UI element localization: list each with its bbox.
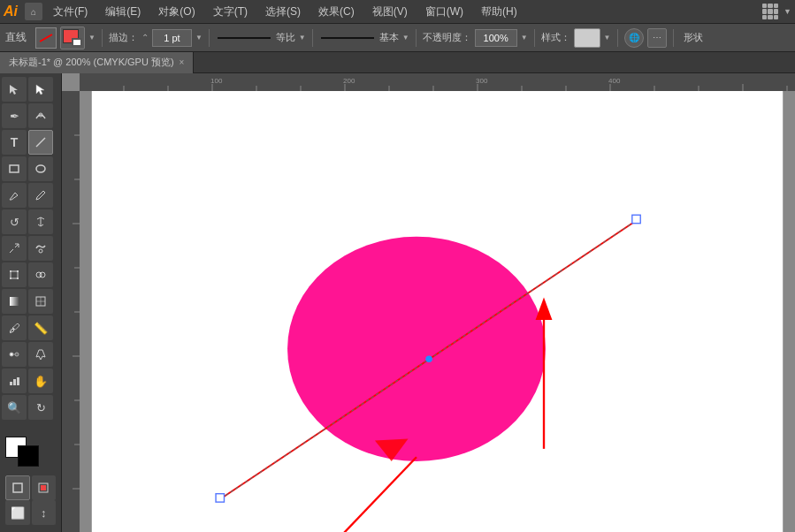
pen-tool[interactable]: ✒ bbox=[2, 103, 27, 128]
free-transform-tool[interactable] bbox=[2, 262, 27, 287]
artwork-canvas[interactable] bbox=[80, 91, 795, 532]
scale-tool[interactable] bbox=[2, 236, 27, 261]
tool-row-6: ↺ bbox=[2, 209, 59, 234]
direct-selection-tool[interactable] bbox=[28, 77, 53, 102]
measure-tool[interactable]: 📏 bbox=[28, 315, 53, 340]
menu-help[interactable]: 帮助(H) bbox=[478, 3, 521, 21]
curvature-tool[interactable] bbox=[28, 103, 53, 128]
line-style2-label: 基本 bbox=[379, 31, 399, 44]
ai-logo: Ai bbox=[4, 4, 18, 19]
blend-tool[interactable] bbox=[2, 342, 27, 367]
stroke-width-input[interactable] bbox=[152, 29, 192, 47]
zoom-tool[interactable]: 🔍 bbox=[2, 395, 27, 420]
fill-stroke-dropdown-arrow[interactable]: ▼ bbox=[88, 34, 96, 42]
ellipse-tool[interactable] bbox=[28, 156, 53, 181]
snap-label: 描边： bbox=[109, 31, 138, 44]
menu-edit[interactable]: 编辑(E) bbox=[102, 3, 144, 21]
separator-1 bbox=[102, 29, 103, 47]
color-area: ⬜ ↕ bbox=[2, 433, 59, 528]
menu-object[interactable]: 对象(O) bbox=[155, 3, 198, 21]
warp-tool[interactable] bbox=[28, 236, 53, 261]
hand-tool[interactable]: ✋ bbox=[28, 369, 53, 393]
rotate-view-tool[interactable]: ↻ bbox=[28, 395, 53, 420]
separator-2 bbox=[209, 29, 210, 47]
style-swatch[interactable] bbox=[574, 28, 600, 48]
ruler-left bbox=[62, 91, 80, 532]
menubar: Ai ⌂ 文件(F) 编辑(E) 对象(O) 文字(T) 选择(S) 效果(C)… bbox=[0, 0, 795, 24]
svg-text:100: 100 bbox=[210, 77, 223, 85]
column-graph-tool[interactable] bbox=[2, 369, 27, 393]
menu-items: 文件(F) 编辑(E) 对象(O) 文字(T) 选择(S) 效果(C) 视图(V… bbox=[50, 3, 521, 21]
draw-mode-normal[interactable] bbox=[5, 475, 30, 500]
menu-file[interactable]: 文件(F) bbox=[50, 3, 91, 21]
tab-close-button[interactable]: × bbox=[180, 57, 185, 67]
svg-point-11 bbox=[40, 272, 45, 277]
gradient-tool[interactable] bbox=[2, 289, 27, 314]
stroke-width-dropdown[interactable]: ▼ bbox=[195, 34, 203, 42]
rotate-tool[interactable]: ↺ bbox=[2, 209, 27, 234]
tool-row-4 bbox=[2, 156, 59, 181]
line-style-solid bbox=[218, 37, 271, 39]
anchor-start[interactable] bbox=[216, 494, 224, 502]
live-paint-tool[interactable] bbox=[28, 342, 53, 367]
svg-rect-25 bbox=[80, 73, 795, 91]
line-style-dashed bbox=[321, 37, 374, 39]
tool-row-7 bbox=[2, 236, 59, 261]
line-style1-dropdown[interactable]: ▼ bbox=[299, 34, 306, 42]
tab-title: 未标题-1* @ 200% (CMYK/GPU 预览) bbox=[9, 56, 174, 69]
paint-brush-tool[interactable] bbox=[2, 183, 27, 208]
stroke-color-swatch[interactable] bbox=[35, 27, 57, 49]
line-style2-dropdown[interactable]: ▼ bbox=[402, 34, 409, 42]
snap-icon: ⌃ bbox=[141, 33, 149, 42]
separator-4 bbox=[416, 29, 417, 47]
reflect-tool[interactable] bbox=[28, 209, 53, 234]
pencil-tool[interactable] bbox=[28, 183, 53, 208]
layout-grid-icon[interactable] bbox=[762, 4, 778, 19]
main-area: ✒ T bbox=[0, 73, 795, 532]
svg-rect-9 bbox=[17, 277, 19, 279]
color-swatches[interactable] bbox=[5, 437, 46, 472]
shape-builder-tool[interactable] bbox=[28, 262, 53, 287]
change-screen-mode[interactable]: ⬜ bbox=[5, 500, 30, 525]
svg-rect-24 bbox=[41, 485, 46, 490]
anchor-end[interactable] bbox=[632, 215, 640, 223]
eyedropper-tool[interactable]: 🖋 bbox=[2, 315, 27, 340]
home-icon[interactable]: ⌂ bbox=[25, 3, 42, 20]
tool-row-2: ✒ bbox=[2, 103, 59, 128]
options-toolbar: 直线 ▼ 描边： ⌃ ▼ 等比 ▼ 基本 ▼ 不透明度： ▼ 样式： ▼ 🌐 ⋯… bbox=[0, 24, 795, 52]
mesh-tool[interactable] bbox=[28, 289, 53, 314]
document-tab[interactable]: 未标题-1* @ 200% (CMYK/GPU 预览) × bbox=[0, 52, 194, 73]
separator-3 bbox=[312, 29, 313, 47]
line-tool[interactable] bbox=[28, 130, 53, 155]
extra-tools-row bbox=[5, 475, 56, 500]
opacity-input[interactable] bbox=[475, 29, 517, 47]
opacity-dropdown[interactable]: ▼ bbox=[521, 34, 528, 42]
text-tool[interactable]: T bbox=[2, 130, 27, 155]
dropdown-arrow-icon[interactable]: ▼ bbox=[784, 7, 791, 16]
menu-text[interactable]: 文字(T) bbox=[210, 3, 251, 21]
selection-tool[interactable] bbox=[2, 77, 27, 102]
separator-6 bbox=[617, 29, 618, 47]
svg-rect-6 bbox=[10, 270, 11, 272]
canvas-area[interactable]: 100 200 300 400 bbox=[62, 73, 795, 532]
stroke-line-preview bbox=[40, 34, 53, 42]
arrange-tool[interactable]: ↕ bbox=[32, 500, 57, 525]
svg-text:400: 400 bbox=[608, 77, 621, 85]
fill-stroke-icon[interactable] bbox=[60, 27, 85, 49]
rectangle-tool[interactable] bbox=[2, 156, 27, 181]
apps-icon[interactable]: ⋯ bbox=[647, 28, 667, 48]
stroke-color[interactable] bbox=[18, 445, 39, 467]
svg-point-17 bbox=[15, 353, 19, 356]
web-icon[interactable]: 🌐 bbox=[624, 28, 644, 48]
tool-row-8 bbox=[2, 262, 59, 287]
line-style1-label: 等比 bbox=[276, 31, 295, 44]
menu-effect[interactable]: 效果(C) bbox=[315, 3, 358, 21]
svg-point-16 bbox=[10, 353, 13, 356]
menu-window[interactable]: 窗口(W) bbox=[422, 3, 467, 21]
draw-mode-inside[interactable] bbox=[32, 475, 57, 500]
style-dropdown[interactable]: ▼ bbox=[604, 34, 611, 42]
bottom-tools-row: ⬜ ↕ bbox=[5, 500, 56, 525]
menu-select[interactable]: 选择(S) bbox=[262, 3, 304, 21]
separator-7 bbox=[673, 29, 674, 47]
menu-view[interactable]: 视图(V) bbox=[369, 3, 411, 21]
